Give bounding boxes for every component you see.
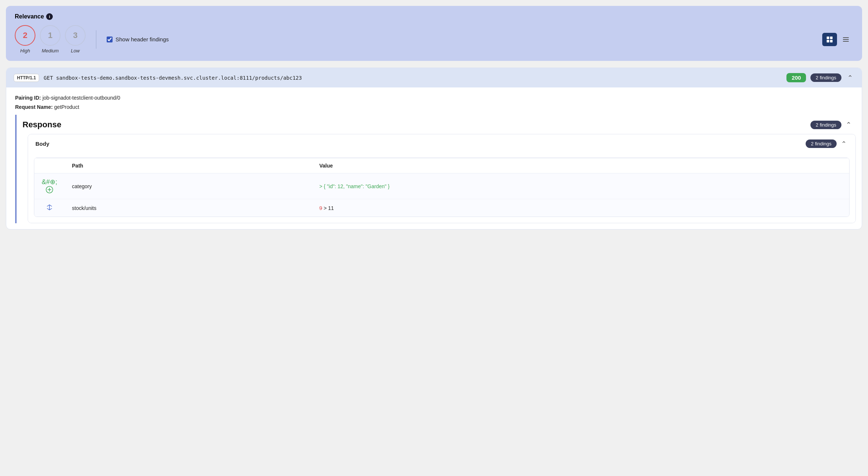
table-row: stock/units 9 > 11: [34, 199, 849, 217]
response-section: Response 2 findings ⌃ Body 2 findings ⌃: [6, 115, 862, 229]
low-circle: 3: [65, 25, 86, 46]
old-value: 9: [319, 205, 322, 211]
plus-icon: &#⊕;: [42, 178, 57, 186]
divider: [96, 30, 96, 49]
request-collapse-button[interactable]: ⌃: [846, 74, 854, 82]
list-view-button[interactable]: [838, 33, 853, 46]
request-url: GET sandbox-tests-demo.sandbox-tests-dev…: [44, 75, 782, 81]
body-section: Body 2 findings ⌃ Path: [28, 134, 856, 223]
response-findings-badge: 2 findings: [810, 121, 841, 129]
status-badge: 200: [786, 73, 806, 82]
row-path-stock: stock/units: [65, 199, 312, 217]
row-path-category: category: [65, 173, 312, 199]
body-findings-badge: 2 findings: [806, 139, 837, 148]
row-value-category: > { "id": 12, "name": "Garden" }: [312, 173, 849, 199]
svg-rect-5: [843, 39, 849, 40]
svg-rect-0: [827, 37, 829, 39]
request-url-path: sandbox-tests-demo.sandbox-tests-devmesh…: [56, 75, 302, 81]
show-header-checkbox[interactable]: [107, 37, 113, 42]
request-name-label: Request Name:: [15, 104, 53, 110]
info-icon[interactable]: i: [46, 13, 53, 20]
high-circle: 2: [15, 25, 35, 46]
severity-low: 3 Low: [65, 25, 86, 54]
medium-circle: 1: [40, 25, 61, 46]
row-icon-plus: &#⊕;: [34, 173, 65, 199]
low-label: Low: [71, 48, 80, 54]
relevance-title: Relevance i: [15, 13, 853, 20]
findings-table-wrapper: Path Value &#⊕;: [28, 153, 855, 223]
severity-circles: 2 High 1 Medium 3 Low: [15, 25, 86, 54]
show-header-findings-label[interactable]: Show header findings: [107, 36, 169, 42]
severity-medium: 1 Medium: [40, 25, 61, 54]
request-findings-badge: 2 findings: [810, 73, 841, 82]
response-title: Response: [23, 120, 61, 130]
high-label: High: [20, 48, 30, 54]
request-name-value: getProduct: [54, 104, 79, 110]
pairing-id-label: Pairing ID:: [15, 95, 41, 101]
relevance-label: Relevance: [15, 13, 44, 20]
view-toggle: [822, 33, 853, 46]
svg-rect-4: [843, 37, 849, 38]
severity-high: 2 High: [15, 25, 35, 54]
svg-rect-6: [843, 41, 849, 42]
col-header-icon: [34, 158, 65, 173]
request-method: GET: [44, 75, 53, 81]
relevance-panel: Relevance i 2 High 1 Medium 3 Low Show h…: [6, 6, 862, 61]
relevance-row: 2 High 1 Medium 3 Low Show header findin…: [15, 25, 853, 54]
table-row: &#⊕; category > { "id": 12, "name": [34, 173, 849, 199]
body-title: Body: [35, 141, 49, 147]
row-value-stock: 9 > 11: [312, 199, 849, 217]
svg-rect-2: [827, 40, 829, 42]
medium-label: Medium: [42, 48, 59, 54]
request-header: HTTP/1.1 GET sandbox-tests-demo.sandbox-…: [6, 68, 862, 87]
row-icon-arrows: [34, 199, 65, 217]
response-collapse-button[interactable]: ⌃: [844, 121, 853, 129]
svg-rect-1: [830, 37, 833, 39]
findings-table: Path Value &#⊕;: [34, 158, 849, 217]
request-details: Pairing ID: job-signadot-testclient-outb…: [6, 87, 862, 113]
http-version-badge: HTTP/1.1: [14, 74, 39, 82]
col-header-path: Path: [65, 158, 312, 173]
pairing-id-row: Pairing ID: job-signadot-testclient-outb…: [15, 93, 853, 103]
body-header: Body 2 findings ⌃: [28, 134, 855, 153]
response-wrapper: Response 2 findings ⌃ Body 2 findings ⌃: [15, 115, 856, 223]
col-header-value: Value: [312, 158, 849, 173]
response-inner-header: Response 2 findings ⌃: [17, 115, 856, 134]
body-collapse-button[interactable]: ⌃: [840, 140, 848, 148]
request-card: HTTP/1.1 GET sandbox-tests-demo.sandbox-…: [6, 68, 862, 230]
svg-rect-3: [830, 40, 833, 42]
arrow-value: > 11: [324, 205, 334, 211]
table-view-button[interactable]: [822, 33, 837, 46]
pairing-id-value: job-signadot-testclient-outbound/0: [42, 95, 120, 101]
findings-table-container: Path Value &#⊕;: [34, 158, 850, 217]
request-name-row: Request Name: getProduct: [15, 103, 853, 112]
show-header-text: Show header findings: [116, 36, 169, 42]
